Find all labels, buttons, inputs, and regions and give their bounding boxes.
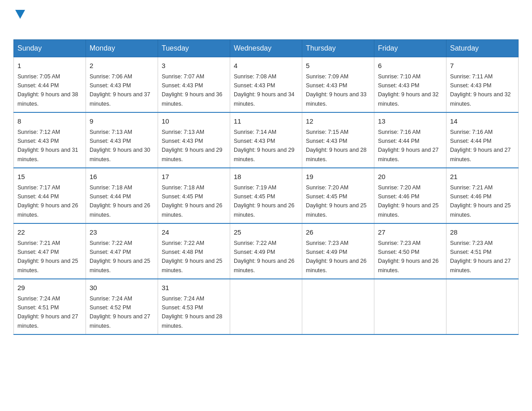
day-number: 18 xyxy=(234,172,298,182)
day-number: 24 xyxy=(162,227,226,238)
day-number: 4 xyxy=(234,61,298,71)
calendar-cell xyxy=(302,279,374,334)
day-info: Sunrise: 7:13 AMSunset: 4:43 PMDaylight:… xyxy=(162,129,223,163)
day-info: Sunrise: 7:11 AMSunset: 4:43 PMDaylight:… xyxy=(450,73,511,107)
calendar-cell: 25Sunrise: 7:22 AMSunset: 4:49 PMDayligh… xyxy=(230,223,302,279)
page-header xyxy=(13,9,519,32)
day-info: Sunrise: 7:20 AMSunset: 4:45 PMDaylight:… xyxy=(306,184,367,218)
day-info: Sunrise: 7:09 AMSunset: 4:43 PMDaylight:… xyxy=(306,73,367,107)
calendar-cell: 11Sunrise: 7:14 AMSunset: 4:43 PMDayligh… xyxy=(230,112,302,168)
day-info: Sunrise: 7:13 AMSunset: 4:43 PMDaylight:… xyxy=(90,129,150,163)
calendar-cell: 2Sunrise: 7:06 AMSunset: 4:43 PMDaylight… xyxy=(86,57,158,113)
calendar-cell: 20Sunrise: 7:20 AMSunset: 4:46 PMDayligh… xyxy=(374,168,446,223)
day-number: 6 xyxy=(378,61,442,71)
calendar-week-1: 1Sunrise: 7:05 AMSunset: 4:44 PMDaylight… xyxy=(14,57,519,113)
svg-marker-0 xyxy=(15,10,25,19)
calendar-cell: 21Sunrise: 7:21 AMSunset: 4:46 PMDayligh… xyxy=(446,168,519,223)
logo xyxy=(13,9,25,32)
day-number: 1 xyxy=(17,61,82,71)
day-number: 30 xyxy=(90,283,154,293)
day-info: Sunrise: 7:15 AMSunset: 4:43 PMDaylight:… xyxy=(306,129,367,163)
calendar-cell: 22Sunrise: 7:21 AMSunset: 4:47 PMDayligh… xyxy=(14,223,86,279)
calendar-cell: 15Sunrise: 7:17 AMSunset: 4:44 PMDayligh… xyxy=(14,168,86,223)
day-info: Sunrise: 7:24 AMSunset: 4:51 PMDaylight:… xyxy=(17,295,78,329)
day-info: Sunrise: 7:12 AMSunset: 4:43 PMDaylight:… xyxy=(17,129,78,163)
header-row: SundayMondayTuesdayWednesdayThursdayFrid… xyxy=(14,40,519,57)
header-saturday: Saturday xyxy=(446,40,519,57)
calendar-cell: 16Sunrise: 7:18 AMSunset: 4:44 PMDayligh… xyxy=(86,168,158,223)
header-thursday: Thursday xyxy=(302,40,374,57)
calendar-cell: 26Sunrise: 7:23 AMSunset: 4:49 PMDayligh… xyxy=(302,223,374,279)
calendar-cell: 31Sunrise: 7:24 AMSunset: 4:53 PMDayligh… xyxy=(158,279,230,334)
calendar-cell: 1Sunrise: 7:05 AMSunset: 4:44 PMDaylight… xyxy=(14,57,86,113)
day-info: Sunrise: 7:24 AMSunset: 4:52 PMDaylight:… xyxy=(90,295,150,329)
day-info: Sunrise: 7:08 AMSunset: 4:43 PMDaylight:… xyxy=(234,73,295,107)
day-info: Sunrise: 7:18 AMSunset: 4:45 PMDaylight:… xyxy=(162,184,223,218)
day-info: Sunrise: 7:05 AMSunset: 4:44 PMDaylight:… xyxy=(17,73,78,107)
calendar-cell: 29Sunrise: 7:24 AMSunset: 4:51 PMDayligh… xyxy=(14,279,86,334)
day-number: 14 xyxy=(450,116,515,127)
calendar-week-5: 29Sunrise: 7:24 AMSunset: 4:51 PMDayligh… xyxy=(14,279,519,334)
day-number: 20 xyxy=(378,172,442,182)
day-number: 3 xyxy=(162,61,226,71)
day-info: Sunrise: 7:16 AMSunset: 4:44 PMDaylight:… xyxy=(450,129,511,163)
day-number: 5 xyxy=(306,61,370,71)
header-tuesday: Tuesday xyxy=(158,40,230,57)
day-number: 29 xyxy=(17,283,82,293)
day-number: 26 xyxy=(306,227,370,238)
calendar-cell: 8Sunrise: 7:12 AMSunset: 4:43 PMDaylight… xyxy=(14,112,86,168)
day-number: 25 xyxy=(234,227,298,238)
day-info: Sunrise: 7:19 AMSunset: 4:45 PMDaylight:… xyxy=(234,184,295,218)
calendar-cell: 13Sunrise: 7:16 AMSunset: 4:44 PMDayligh… xyxy=(374,112,446,168)
day-info: Sunrise: 7:06 AMSunset: 4:43 PMDaylight:… xyxy=(90,73,150,107)
calendar-cell xyxy=(374,279,446,334)
day-info: Sunrise: 7:18 AMSunset: 4:44 PMDaylight:… xyxy=(90,184,150,218)
calendar-week-2: 8Sunrise: 7:12 AMSunset: 4:43 PMDaylight… xyxy=(14,112,519,168)
day-number: 16 xyxy=(90,172,154,182)
day-number: 10 xyxy=(162,116,226,127)
header-friday: Friday xyxy=(374,40,446,57)
calendar-cell: 14Sunrise: 7:16 AMSunset: 4:44 PMDayligh… xyxy=(446,112,519,168)
calendar-cell: 7Sunrise: 7:11 AMSunset: 4:43 PMDaylight… xyxy=(446,57,519,113)
day-number: 22 xyxy=(17,227,82,238)
day-number: 9 xyxy=(90,116,154,127)
calendar-header: SundayMondayTuesdayWednesdayThursdayFrid… xyxy=(14,40,519,57)
calendar-cell: 24Sunrise: 7:22 AMSunset: 4:48 PMDayligh… xyxy=(158,223,230,279)
day-info: Sunrise: 7:24 AMSunset: 4:53 PMDaylight:… xyxy=(162,295,223,329)
calendar-cell xyxy=(446,279,519,334)
calendar-cell: 28Sunrise: 7:23 AMSunset: 4:51 PMDayligh… xyxy=(446,223,519,279)
calendar-cell: 18Sunrise: 7:19 AMSunset: 4:45 PMDayligh… xyxy=(230,168,302,223)
day-number: 27 xyxy=(378,227,442,238)
calendar-table: SundayMondayTuesdayWednesdayThursdayFrid… xyxy=(13,39,519,335)
day-number: 11 xyxy=(234,116,298,127)
day-number: 17 xyxy=(162,172,226,182)
calendar-cell: 6Sunrise: 7:10 AMSunset: 4:43 PMDaylight… xyxy=(374,57,446,113)
day-number: 31 xyxy=(162,283,226,293)
calendar-cell: 19Sunrise: 7:20 AMSunset: 4:45 PMDayligh… xyxy=(302,168,374,223)
day-info: Sunrise: 7:20 AMSunset: 4:46 PMDaylight:… xyxy=(378,184,439,218)
calendar-week-4: 22Sunrise: 7:21 AMSunset: 4:47 PMDayligh… xyxy=(14,223,519,279)
day-number: 21 xyxy=(450,172,515,182)
day-number: 19 xyxy=(306,172,370,182)
day-number: 7 xyxy=(450,61,515,71)
day-number: 2 xyxy=(90,61,154,71)
day-info: Sunrise: 7:21 AMSunset: 4:47 PMDaylight:… xyxy=(17,240,78,274)
calendar-cell: 4Sunrise: 7:08 AMSunset: 4:43 PMDaylight… xyxy=(230,57,302,113)
calendar-cell: 23Sunrise: 7:22 AMSunset: 4:47 PMDayligh… xyxy=(86,223,158,279)
calendar-cell: 27Sunrise: 7:23 AMSunset: 4:50 PMDayligh… xyxy=(374,223,446,279)
day-number: 13 xyxy=(378,116,442,127)
calendar-cell: 30Sunrise: 7:24 AMSunset: 4:52 PMDayligh… xyxy=(86,279,158,334)
day-number: 23 xyxy=(90,227,154,238)
calendar-cell: 9Sunrise: 7:13 AMSunset: 4:43 PMDaylight… xyxy=(86,112,158,168)
calendar-cell: 5Sunrise: 7:09 AMSunset: 4:43 PMDaylight… xyxy=(302,57,374,113)
day-info: Sunrise: 7:14 AMSunset: 4:43 PMDaylight:… xyxy=(234,129,295,163)
calendar-cell: 3Sunrise: 7:07 AMSunset: 4:43 PMDaylight… xyxy=(158,57,230,113)
day-info: Sunrise: 7:21 AMSunset: 4:46 PMDaylight:… xyxy=(450,184,511,218)
day-number: 8 xyxy=(17,116,82,127)
header-wednesday: Wednesday xyxy=(230,40,302,57)
day-info: Sunrise: 7:23 AMSunset: 4:51 PMDaylight:… xyxy=(450,240,511,274)
day-info: Sunrise: 7:10 AMSunset: 4:43 PMDaylight:… xyxy=(378,73,439,107)
calendar-body: 1Sunrise: 7:05 AMSunset: 4:44 PMDaylight… xyxy=(14,57,519,335)
day-info: Sunrise: 7:23 AMSunset: 4:49 PMDaylight:… xyxy=(306,240,367,274)
day-info: Sunrise: 7:17 AMSunset: 4:44 PMDaylight:… xyxy=(17,184,78,218)
